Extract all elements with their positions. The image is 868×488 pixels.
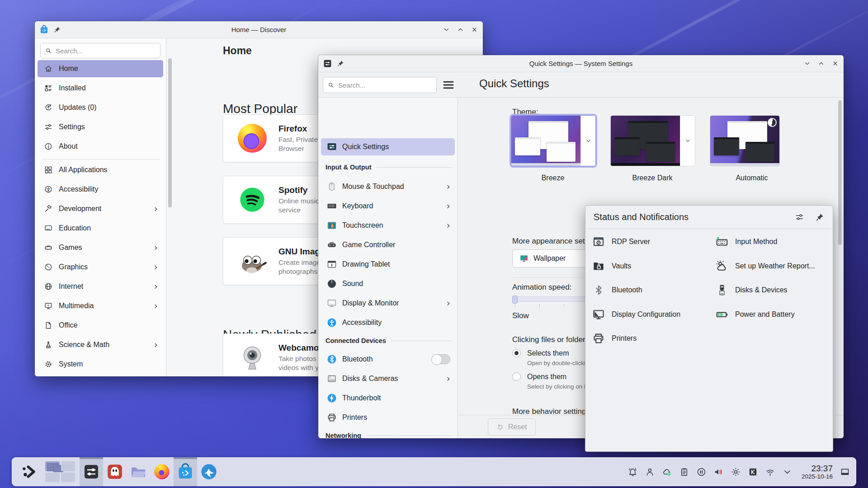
sidebar-item-all-applications[interactable]: All Applications bbox=[38, 161, 163, 178]
sidebar-item-drawing-tablet[interactable]: Drawing Tablet bbox=[321, 256, 455, 273]
sidebar-item-games[interactable]: Games› bbox=[38, 239, 163, 256]
sidebar-item-keyboard[interactable]: Keyboard› bbox=[321, 197, 455, 215]
tray-entry-disks-devices[interactable]: Disks & Devices bbox=[715, 280, 788, 300]
sidebar-item-about[interactable]: About bbox=[38, 138, 163, 155]
clock[interactable]: 23:37 2025-10-16 bbox=[802, 464, 833, 480]
sidebar-item-disks-cameras[interactable]: Disks & Cameras› bbox=[321, 370, 455, 387]
content-scrollbar[interactable] bbox=[838, 100, 842, 245]
tray-entry-set-up-weather-report-[interactable]: Set up Weather Report... bbox=[715, 256, 815, 276]
pin-icon[interactable] bbox=[337, 60, 344, 67]
virtual-desktop-pager[interactable] bbox=[45, 461, 75, 482]
bell-icon[interactable] bbox=[627, 467, 638, 477]
tray-entry-printers[interactable]: Printers bbox=[592, 328, 637, 348]
close-button[interactable] bbox=[831, 60, 839, 67]
cloud-check-icon[interactable] bbox=[662, 467, 672, 477]
firefox-logo-icon bbox=[238, 124, 267, 153]
theme-card-automatic[interactable] bbox=[710, 115, 780, 166]
radio-selected[interactable] bbox=[512, 349, 521, 357]
chevron-down-lg-icon[interactable] bbox=[782, 467, 793, 477]
theme-card-breeze[interactable] bbox=[511, 115, 596, 166]
pager-desktop-4[interactable] bbox=[61, 473, 75, 483]
sidebar-item-settings[interactable]: Settings bbox=[38, 118, 163, 136]
tray-entry-label: Set up Weather Report... bbox=[735, 262, 815, 270]
sidebar-item-installed[interactable]: Installed bbox=[38, 80, 163, 97]
sidebar-item-office[interactable]: Office bbox=[38, 317, 163, 334]
theme-variant-dropdown[interactable] bbox=[580, 116, 595, 166]
radio-option-opens-them[interactable]: Opens them bbox=[512, 372, 566, 381]
maximize-button[interactable] bbox=[457, 26, 464, 33]
sidebar-item-quick-settings[interactable]: Quick Settings bbox=[321, 138, 455, 155]
tray-entry-display-configuration[interactable]: Display Configuration bbox=[592, 305, 680, 324]
settings-titlebar[interactable]: Quick Settings — System Settings bbox=[318, 55, 844, 72]
volume-icon[interactable] bbox=[713, 467, 724, 477]
sidebar-item-thunderbolt[interactable]: Thunderbolt bbox=[321, 389, 455, 407]
pager-desktop-2[interactable] bbox=[61, 461, 75, 471]
maximize-button[interactable] bbox=[817, 60, 825, 67]
pin-icon[interactable] bbox=[53, 26, 61, 33]
pin-icon[interactable] bbox=[815, 212, 825, 222]
sidebar-item-mouse-touchpad[interactable]: Mouse & Touchpad› bbox=[321, 178, 455, 195]
theme-card-breeze-dark[interactable] bbox=[610, 115, 695, 166]
sidebar-item-bluetooth[interactable]: Bluetooth bbox=[321, 351, 455, 368]
application-launcher-button[interactable] bbox=[20, 463, 38, 481]
sidebar-item-education[interactable]: Education bbox=[38, 220, 163, 237]
slider-handle[interactable] bbox=[512, 296, 518, 304]
kbox-icon[interactable] bbox=[748, 467, 758, 477]
sidebar-item-accessibility[interactable]: Accessibility bbox=[38, 181, 163, 198]
pager-desktop-1[interactable] bbox=[45, 461, 60, 471]
sidebar-item-printers[interactable]: Printers bbox=[321, 409, 455, 426]
sidebar-item-graphics[interactable]: Graphics› bbox=[38, 258, 163, 276]
sidebar-item-multimedia[interactable]: Multimedia› bbox=[38, 297, 163, 314]
close-button[interactable] bbox=[471, 26, 478, 33]
radio-unselected[interactable] bbox=[512, 372, 521, 381]
discover-titlebar[interactable]: Home — Discover bbox=[35, 21, 483, 38]
sidebar-item-system[interactable]: System bbox=[38, 356, 163, 373]
tray-entry-rdp-server[interactable]: RDP Server bbox=[592, 232, 650, 252]
minimize-button[interactable] bbox=[443, 26, 450, 33]
task-firefox[interactable] bbox=[150, 457, 174, 486]
sun-icon[interactable] bbox=[731, 467, 741, 477]
radio-option-selects-them[interactable]: Selects them bbox=[512, 349, 569, 357]
task-falkon[interactable] bbox=[197, 457, 221, 486]
tray-entry-input-method[interactable]: Input Method bbox=[715, 232, 777, 252]
wifi-icon[interactable] bbox=[765, 467, 775, 477]
task-discover[interactable] bbox=[174, 457, 197, 486]
tray-entry-bluetooth[interactable]: Bluetooth bbox=[592, 280, 642, 300]
chevron-right-icon: › bbox=[154, 204, 158, 214]
sidebar-item-updates-0-[interactable]: Updates (0) bbox=[38, 99, 163, 116]
sidebar-item-sound[interactable]: Sound bbox=[321, 275, 455, 292]
pause-circle-icon[interactable] bbox=[696, 467, 707, 477]
sidebar-item-development[interactable]: Development› bbox=[38, 200, 163, 217]
sidebar-item-label: Home bbox=[59, 65, 78, 73]
sidebar-item-science-math[interactable]: Science & Math› bbox=[38, 336, 163, 353]
task-dolphin[interactable] bbox=[127, 457, 150, 486]
pager-desktop-3[interactable] bbox=[45, 473, 60, 483]
theme-variant-dropdown[interactable] bbox=[680, 116, 695, 166]
wallpaper-button[interactable]: Wallpaper bbox=[512, 249, 593, 267]
sidebar-item-label: Disks & Cameras bbox=[342, 375, 398, 383]
reset-button[interactable]: Reset bbox=[488, 418, 536, 436]
menu-button[interactable] bbox=[441, 78, 456, 92]
sidebar-item-accessibility[interactable]: Accessibility bbox=[321, 314, 455, 331]
task-system-settings[interactable] bbox=[80, 457, 103, 486]
show-desktop-button[interactable] bbox=[839, 467, 851, 477]
sidebar-item-internet[interactable]: Internet› bbox=[38, 278, 163, 295]
sidebar-item-home[interactable]: Home bbox=[38, 60, 163, 77]
tray-entry-power-and-battery[interactable]: Power and Battery bbox=[715, 305, 795, 324]
search-input[interactable]: Search... bbox=[323, 77, 437, 93]
search-input[interactable]: Search... bbox=[40, 43, 160, 58]
minimize-button[interactable] bbox=[803, 60, 811, 67]
popup-header: Status and Notifications bbox=[585, 206, 833, 229]
chevron-right-icon: › bbox=[447, 374, 450, 384]
task-ghostwriter[interactable] bbox=[103, 457, 127, 486]
tray-entry-vaults[interactable]: Vaults bbox=[592, 256, 631, 276]
animation-speed-label: Animation speed: bbox=[512, 283, 571, 292]
user-icon[interactable] bbox=[645, 467, 655, 477]
sidebar-item-game-controller[interactable]: Game Controller bbox=[321, 236, 455, 253]
window-title: Quick Settings — System Settings bbox=[318, 60, 844, 67]
sidebar-item-display-monitor[interactable]: Display & Monitor› bbox=[321, 295, 455, 312]
sidebar-item-touchscreen[interactable]: Touchscreen› bbox=[321, 217, 455, 234]
bluetooth-toggle[interactable] bbox=[431, 354, 450, 364]
clipboard-icon[interactable] bbox=[679, 467, 689, 477]
configure-icon[interactable] bbox=[795, 212, 804, 222]
